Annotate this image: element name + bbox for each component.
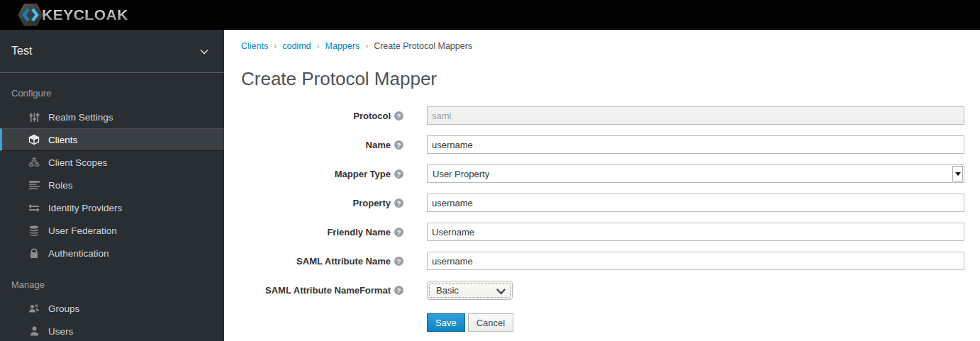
sidebar-item-realm-settings[interactable]: Realm Settings <box>0 106 224 128</box>
group-icon <box>28 302 40 315</box>
main-content: Clients › codimd › Mappers › Create Prot… <box>224 30 980 341</box>
mapper-type-select[interactable]: User Property <box>427 164 964 183</box>
exchange-arrows-icon <box>28 201 40 214</box>
sidebar-item-label: Clients <box>48 135 77 145</box>
realm-name: Test <box>11 45 32 57</box>
sidebar-item-label: Identity Providers <box>48 203 122 213</box>
form-row-protocol: Protocol ? <box>241 106 969 125</box>
database-icon <box>28 224 40 237</box>
protocol-input[interactable] <box>427 106 964 125</box>
form-row-name: Name ? <box>241 135 969 154</box>
sidebar: Test Configure Realm Settings <box>0 30 224 341</box>
name-label: Name <box>366 140 391 150</box>
breadcrumb-separator: › <box>274 41 277 51</box>
sidebar-item-roles[interactable]: Roles <box>0 174 224 196</box>
chevron-down-icon <box>200 45 208 57</box>
form-row-saml-attribute-nameformat: SAML Attribute NameFormat ? Basic <box>241 281 969 299</box>
saml-attribute-name-input[interactable] <box>427 252 964 270</box>
user-icon <box>28 325 40 337</box>
question-circle-icon[interactable]: ? <box>394 257 403 266</box>
sidebar-item-label: Groups <box>48 303 79 314</box>
sidebar-item-groups[interactable]: Groups <box>0 297 224 320</box>
breadcrumb: Clients › codimd › Mappers › Create Prot… <box>241 41 969 51</box>
list-rows-icon <box>28 179 40 191</box>
form-row-property: Property ? <box>241 194 969 212</box>
saml-attribute-nameformat-select[interactable]: Basic <box>427 281 513 300</box>
breadcrumb-mappers-link[interactable]: Mappers <box>325 41 360 51</box>
question-circle-icon[interactable]: ? <box>394 228 403 237</box>
save-button[interactable]: Save <box>427 313 465 332</box>
breadcrumb-codimd-link[interactable]: codimd <box>282 41 311 51</box>
sidebar-item-identity-providers[interactable]: Identity Providers <box>0 196 224 219</box>
friendly-name-input[interactable] <box>427 223 964 241</box>
page-title: Create Protocol Mapper <box>241 68 969 90</box>
keycloak-logo-text: KEYCLOAK <box>42 6 128 23</box>
sidebar-item-client-scopes[interactable]: Client Scopes <box>0 151 224 174</box>
form-row-mapper-type: Mapper Type ? User Property <box>241 164 969 183</box>
keycloak-logo[interactable]: KEYCLOAK <box>16 3 128 27</box>
chevron-down-icon <box>952 166 963 181</box>
sidebar-item-users[interactable]: Users <box>0 320 224 341</box>
sidebar-item-label: Authentication <box>48 248 109 259</box>
name-input[interactable] <box>427 135 964 154</box>
sidebar-item-label: Client Scopes <box>48 157 107 168</box>
app-header: KEYCLOAK <box>0 0 980 30</box>
cancel-button[interactable]: Cancel <box>468 313 513 332</box>
chevron-down-icon <box>496 286 506 297</box>
question-circle-icon[interactable]: ? <box>394 286 403 295</box>
breadcrumb-clients-link[interactable]: Clients <box>241 41 268 51</box>
saml-attribute-name-label: SAML Attribute Name <box>296 256 391 267</box>
breadcrumb-separator: › <box>317 41 320 51</box>
friendly-name-label: Friendly Name <box>327 227 391 237</box>
keycloak-hexagon-logo-icon <box>16 3 45 27</box>
mapper-type-label: Mapper Type <box>335 169 391 179</box>
nav-section-manage: Manage <box>11 279 224 290</box>
create-mapper-form: Protocol ? Name ? Mapper Type <box>241 106 969 332</box>
lock-icon <box>28 247 40 259</box>
sidebar-item-label: Realm Settings <box>48 112 113 123</box>
sidebar-item-clients[interactable]: Clients <box>0 128 224 151</box>
breadcrumb-current: Create Protocol Mappers <box>374 41 472 51</box>
form-row-saml-attribute-name: SAML Attribute Name ? <box>241 252 969 270</box>
property-label: Property <box>353 198 391 208</box>
cubes-icon <box>28 156 40 169</box>
sidebar-item-authentication[interactable]: Authentication <box>0 242 224 264</box>
mapper-type-selected-value: User Property <box>433 169 489 179</box>
saml-attribute-nameformat-label: SAML Attribute NameFormat <box>265 285 391 296</box>
sidebar-item-label: Users <box>48 326 73 337</box>
sidebar-item-user-federation[interactable]: User Federation <box>0 219 224 242</box>
nav-section-configure: Configure <box>11 88 224 99</box>
cube-icon <box>28 133 40 146</box>
sidebar-item-label: User Federation <box>48 225 117 236</box>
nameformat-selected-value: Basic <box>436 285 459 296</box>
property-input[interactable] <box>427 194 964 212</box>
question-circle-icon[interactable]: ? <box>394 140 403 150</box>
question-circle-icon[interactable]: ? <box>394 169 403 179</box>
question-circle-icon[interactable]: ? <box>394 111 403 121</box>
form-row-friendly-name: Friendly Name ? <box>241 223 969 241</box>
sidebar-item-label: Roles <box>48 180 73 191</box>
form-actions: Save Cancel <box>427 313 969 332</box>
protocol-label: Protocol <box>353 111 391 121</box>
question-circle-icon[interactable]: ? <box>394 199 403 208</box>
sliders-icon <box>28 111 40 123</box>
breadcrumb-separator: › <box>365 41 368 51</box>
realm-selector[interactable]: Test <box>0 30 224 73</box>
